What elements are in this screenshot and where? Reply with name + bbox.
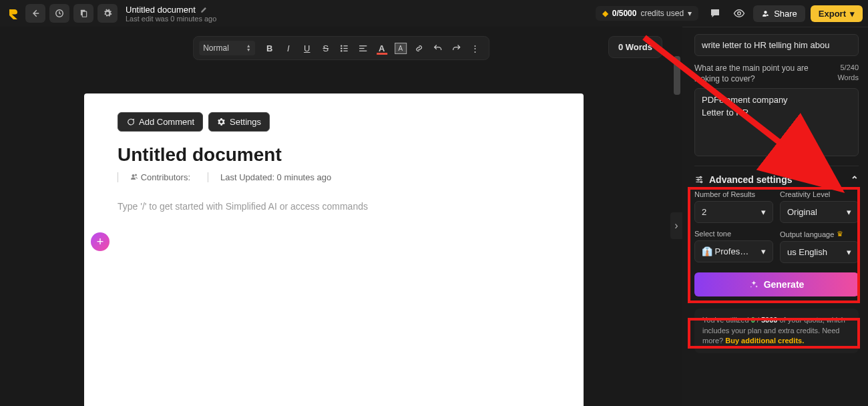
chevron-down-icon: ▾: [761, 246, 766, 256]
redo-button[interactable]: [449, 40, 465, 56]
language-label: Output language ♛: [780, 230, 859, 238]
align-button[interactable]: [355, 40, 371, 56]
svg-rect-10: [344, 50, 348, 51]
copy-button[interactable]: [73, 4, 93, 23]
text-color-button[interactable]: A: [374, 40, 390, 56]
settings-button[interactable]: [97, 4, 118, 23]
svg-rect-11: [359, 45, 367, 46]
export-button[interactable]: Export ▾: [811, 5, 863, 22]
document-canvas: Add Comment Settings Untitled document C…: [84, 93, 584, 406]
document-title-heading[interactable]: Untitled document: [118, 144, 550, 166]
more-button[interactable]: ⋮: [467, 40, 483, 56]
generate-button[interactable]: Generate: [694, 272, 859, 296]
undo-button[interactable]: [430, 40, 446, 56]
chevron-down-icon: ▾: [850, 9, 855, 19]
credits-badge[interactable]: ◆ 0/5000 credits used ▾: [596, 6, 698, 21]
svg-point-5: [341, 45, 343, 47]
svg-point-9: [341, 50, 343, 52]
language-select[interactable]: us English▾: [780, 241, 859, 263]
crown-icon: ♛: [837, 230, 843, 238]
tone-label: Select tone: [694, 230, 773, 238]
chevron-down-icon: ▾: [688, 9, 692, 18]
last-updated-label: Last Updated: 0 minutes ago: [208, 172, 331, 182]
tone-select[interactable]: 👔 Profes…▾: [694, 240, 773, 262]
contributors-label: Contributors:: [118, 172, 190, 182]
history-button[interactable]: [49, 4, 69, 23]
link-button[interactable]: [411, 40, 427, 56]
editor-toolbar: Normal ▲▼ B I U S A A ⋮: [193, 36, 489, 60]
creativity-select[interactable]: Original▾: [780, 201, 859, 223]
quota-message: You've utilized 0 / 5000 of your quota, …: [694, 309, 859, 353]
preview-icon[interactable]: [729, 3, 749, 23]
italic-button[interactable]: I: [280, 40, 296, 56]
svg-rect-13: [359, 50, 367, 51]
doc-settings-button[interactable]: Settings: [208, 112, 270, 132]
svg-rect-8: [344, 47, 348, 48]
sparkle-icon: [749, 280, 758, 289]
svg-line-18: [644, 37, 835, 186]
bold-button[interactable]: B: [262, 40, 278, 56]
svg-rect-12: [359, 47, 365, 48]
panel-collapse-button[interactable]: ›: [670, 212, 682, 239]
chevron-down-icon: ▾: [847, 247, 851, 257]
chevron-up-icon: ⌃: [851, 174, 859, 185]
chevron-down-icon: ▾: [847, 207, 851, 217]
num-results-select[interactable]: 2▾: [694, 201, 773, 223]
svg-point-3: [738, 12, 741, 15]
share-button[interactable]: Share: [753, 5, 805, 22]
highlight-button[interactable]: A: [393, 40, 409, 56]
strikethrough-button[interactable]: S: [318, 40, 334, 56]
app-logo: [5, 5, 21, 21]
svg-point-7: [341, 47, 343, 49]
svg-rect-2: [82, 11, 86, 17]
last-edit-text: Last edit was 0 minutes ago: [126, 15, 216, 23]
annotation-arrow: [638, 31, 851, 204]
format-select[interactable]: Normal ▲▼: [199, 41, 255, 55]
buy-credits-link[interactable]: Buy additional credits.: [725, 337, 804, 345]
document-title[interactable]: Untitled document: [126, 5, 216, 15]
comments-icon[interactable]: [705, 3, 725, 23]
svg-point-14: [132, 174, 135, 177]
back-button[interactable]: [25, 4, 45, 23]
diamond-icon: ◆: [602, 9, 608, 18]
svg-rect-6: [344, 45, 348, 46]
add-block-button[interactable]: +: [91, 232, 110, 251]
underline-button[interactable]: U: [299, 40, 315, 56]
select-arrows-icon: ▲▼: [246, 44, 251, 52]
add-comment-button[interactable]: Add Comment: [118, 112, 203, 132]
chevron-down-icon: ▾: [761, 207, 766, 217]
editor-placeholder[interactable]: Type '/' to get started with Simplified …: [118, 201, 550, 212]
bullet-list-button[interactable]: [337, 40, 353, 56]
